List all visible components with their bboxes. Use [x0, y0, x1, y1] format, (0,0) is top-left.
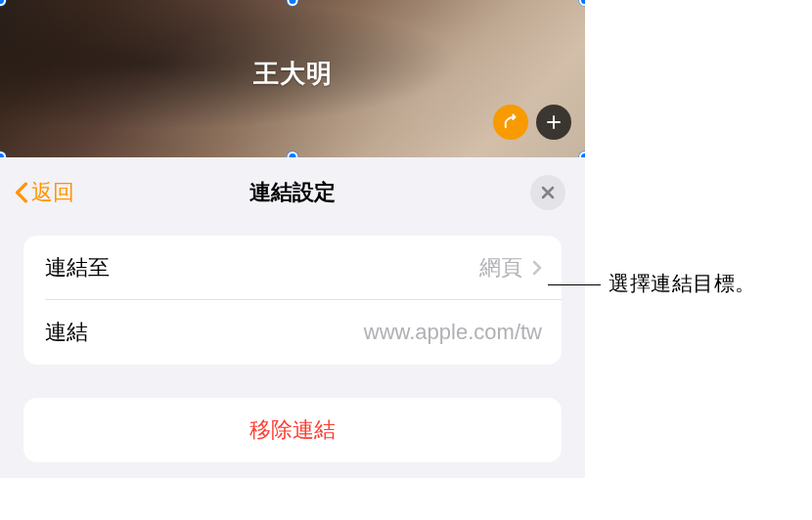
link-to-row[interactable]: 連結至 網頁 — [23, 236, 562, 300]
close-button[interactable] — [530, 175, 565, 210]
link-to-label: 連結至 — [45, 253, 110, 282]
chevron-left-icon — [14, 182, 29, 203]
share-button[interactable] — [493, 105, 528, 140]
back-button[interactable]: 返回 — [14, 178, 74, 207]
remove-link-button[interactable]: 移除連結 — [23, 398, 562, 462]
popover-title: 連結設定 — [249, 178, 336, 207]
link-url-row: 連結 — [23, 300, 562, 365]
selection-handle[interactable] — [288, 0, 298, 6]
share-arrow-icon — [502, 113, 519, 131]
link-settings-popover: 返回 連結設定 連結至 網頁 連結 — [0, 157, 585, 478]
add-button[interactable] — [536, 105, 571, 140]
chevron-right-icon — [532, 260, 542, 276]
plus-icon — [545, 113, 563, 131]
header-banner: 王大明 — [0, 0, 585, 157]
contact-name: 王大明 — [253, 57, 333, 91]
selection-handle[interactable] — [579, 0, 585, 6]
back-label: 返回 — [31, 178, 74, 207]
close-icon — [541, 186, 555, 199]
link-url-input[interactable] — [88, 320, 542, 345]
link-to-value: 網頁 — [479, 253, 522, 282]
remove-link-label: 移除連結 — [249, 417, 336, 442]
link-url-label: 連結 — [45, 318, 88, 347]
selection-handle[interactable] — [0, 0, 6, 6]
callout-text: 選擇連結目標。 — [609, 270, 756, 297]
link-settings-group: 連結至 網頁 連結 — [23, 236, 562, 365]
callout-leader-line — [548, 284, 601, 285]
